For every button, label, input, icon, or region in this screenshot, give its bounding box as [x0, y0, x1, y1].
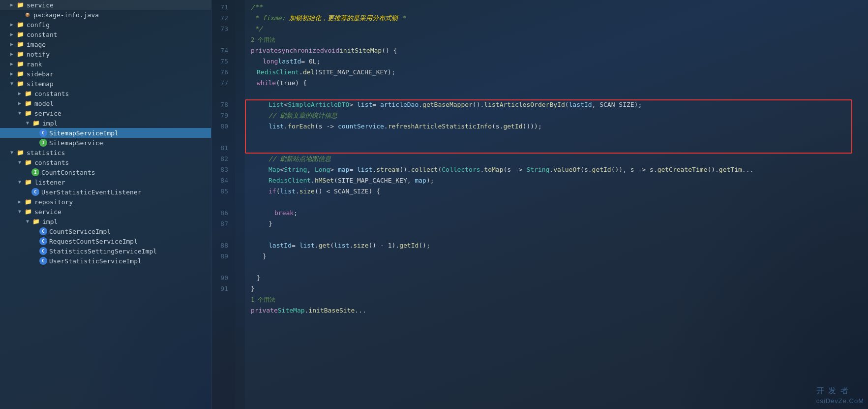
code-line: RedisClient.hMSet(SITE_MAP_CACHE_KEY, ma…: [251, 175, 868, 186]
line-number: 79: [211, 110, 232, 121]
tree-item-CountServiceImpl[interactable]: CCountServiceImpl: [0, 226, 211, 236]
tree-item-image[interactable]: 📁image: [0, 39, 211, 49]
arrow-icon: [8, 40, 16, 48]
line-number: 91: [211, 283, 232, 294]
folder-icon: 📁: [16, 70, 25, 78]
folder-icon: 📁: [16, 50, 25, 58]
line-number: 81: [211, 143, 232, 154]
arrow-icon: [16, 198, 24, 206]
tree-item-SitemapService[interactable]: ISitemapService: [0, 138, 211, 148]
arrow-icon: [8, 80, 16, 88]
code-line: // 刷新文章的统计信息: [251, 110, 868, 121]
tree-item-UserStatisticEventListener[interactable]: CUserStatisticEventListener: [0, 187, 211, 197]
line-number: 88: [211, 240, 232, 251]
watermark: 开 发 者csiDevZe.CoM: [816, 386, 864, 405]
line-number: 78: [211, 99, 232, 110]
code-line: lastId = list.get(list.size() - 1).getId…: [251, 240, 868, 251]
arrow-icon: [16, 178, 24, 186]
code-line: [251, 197, 868, 208]
tree-item-label: sidebar: [27, 70, 54, 78]
tree-item-label: repository: [34, 198, 73, 206]
tree-item-label: notify: [27, 51, 50, 58]
code-line: RedisClient.del(SITE_MAP_CACHE_KEY);: [251, 67, 868, 78]
arrow-icon: [8, 31, 16, 38]
tree-item-service-sitemap[interactable]: 📁service: [0, 108, 211, 118]
folder-icon: 📁: [24, 198, 32, 206]
tree-item-statistics[interactable]: 📁statistics: [0, 148, 211, 157]
arrow-icon: [24, 218, 31, 225]
line-number: 77: [211, 78, 232, 89]
code-line: if (list.size() < SCAN_SIZE) {: [251, 186, 868, 197]
tree-item-service-top[interactable]: 📁service: [0, 0, 211, 10]
line-number: 89: [211, 251, 232, 262]
line-number: 76: [211, 67, 232, 78]
tree-item-label: SitemapService: [49, 139, 103, 147]
tree-item-StatisticsSettingServiceImpl[interactable]: CStatisticsSettingServiceImpl: [0, 246, 211, 256]
code-line: }: [251, 283, 868, 294]
arrow-icon: [16, 158, 24, 166]
code-line: private synchronized void initSiteMap() …: [251, 45, 868, 56]
code-line: // 刷新站点地图信息: [251, 154, 868, 164]
folder-icon: 📁: [16, 149, 25, 157]
tree-item-listener-folder[interactable]: 📁listener: [0, 177, 211, 187]
editor-area: 7172737475767778798081828384858687888990…: [211, 0, 868, 409]
tree-item-label: impl: [42, 120, 58, 127]
arrow-icon: [24, 188, 31, 196]
arrow-icon: [31, 247, 39, 255]
code-line: while (true) {: [251, 78, 868, 89]
code-content: /** * fixme: 加锁初始化，更推荐的是采用分布式锁 * */2 个用法…: [245, 0, 868, 409]
arrow-icon: [8, 1, 16, 9]
line-number: 80: [211, 121, 232, 132]
tree-item-label: RequestCountServiceImpl: [49, 238, 138, 245]
tree-item-label: constant: [27, 31, 58, 38]
tree-item-impl-sitemap[interactable]: 📁impl: [0, 118, 211, 128]
arrow-icon: [31, 257, 39, 265]
tree-item-label: listener: [34, 179, 65, 186]
folder-icon: 📁: [24, 208, 32, 216]
tree-item-label: sitemap: [27, 80, 54, 88]
tree-item-impl-stats[interactable]: 📁impl: [0, 217, 211, 226]
line-number: 86: [211, 208, 232, 219]
tree-item-model-folder[interactable]: 📁model: [0, 98, 211, 108]
tree-item-config[interactable]: 📁config: [0, 20, 211, 30]
tree-item-label: SitemapServiceImpl: [49, 129, 119, 137]
line-number: 73: [211, 24, 232, 34]
class-icon: C: [39, 227, 47, 235]
code-line: */: [251, 24, 868, 34]
code-line: 1 个用法: [251, 294, 868, 305]
arrow-icon: [16, 208, 24, 216]
tree-item-constant[interactable]: 📁constant: [0, 30, 211, 39]
tree-item-constants-folder[interactable]: 📁constants: [0, 89, 211, 98]
code-line: /**: [251, 2, 868, 13]
code-line: Map<String, Long> map = list.stream().co…: [251, 164, 868, 175]
tree-item-package-info[interactable]: 📦package-info.java: [0, 10, 211, 20]
line-number: 71: [211, 2, 232, 13]
folder-icon: 📁: [24, 99, 32, 107]
tree-item-sitemap[interactable]: 📁sitemap: [0, 79, 211, 89]
tree-item-SitemapServiceImpl[interactable]: CSitemapServiceImpl: [0, 128, 211, 138]
folder-icon: 📁: [24, 158, 32, 166]
tree-item-label: StatisticsSettingServiceImpl: [49, 248, 157, 255]
tree-item-rank[interactable]: 📁rank: [0, 59, 211, 69]
class-icon: C: [39, 129, 47, 137]
tree-item-constants-stats[interactable]: 📁constants: [0, 157, 211, 167]
tree-item-label: image: [27, 41, 46, 48]
tree-item-service-stats[interactable]: 📁service: [0, 207, 211, 217]
folder-icon: 📁: [31, 218, 40, 225]
tree-item-sidebar-folder[interactable]: 📁sidebar: [0, 69, 211, 79]
tree-item-CountConstants[interactable]: ICountConstants: [0, 167, 211, 177]
tree-item-UserStatisticServiceImpl[interactable]: CUserStatisticServiceImpl: [0, 256, 211, 266]
interface-icon: I: [31, 168, 39, 176]
folder-icon: 📁: [16, 40, 25, 48]
tree-item-label: constants: [34, 90, 69, 97]
line-numbers: 7172737475767778798081828384858687888990…: [211, 0, 235, 409]
line-number: 74: [211, 45, 232, 56]
tree-item-RequestCountServiceImpl[interactable]: CRequestCountServiceImpl: [0, 236, 211, 246]
code-line: * fixme: 加锁初始化，更推荐的是采用分布式锁 *: [251, 13, 868, 24]
tree-item-notify[interactable]: 📁notify: [0, 49, 211, 59]
code-line: [251, 89, 868, 99]
code-line: List<SimpleArticleDTO> list = articleDao…: [251, 99, 868, 110]
code-line: }: [251, 273, 868, 283]
tree-item-repository-folder[interactable]: 📁repository: [0, 197, 211, 207]
tree-item-label: constants: [34, 159, 69, 166]
